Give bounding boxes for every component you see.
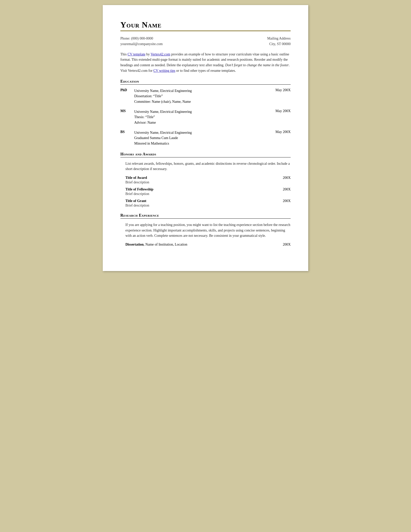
award-year-3: 200X: [276, 199, 291, 208]
phone: Phone: (000) 000-0000: [120, 36, 163, 41]
honors-description: List relevant awards, fellowships, honor…: [120, 161, 291, 172]
bs-institution: University Name, Electrical Engineering: [134, 130, 268, 136]
award-entry-1: Title of Award Brief description 200X: [120, 176, 291, 184]
edu-phd-entry: PhD University Name, Electrical Engineer…: [120, 88, 291, 105]
address-line2: City, ST 00000: [267, 41, 291, 47]
edu-bs-entry: BS University Name, Electrical Engineeri…: [120, 130, 291, 146]
award-desc-1: Brief description: [125, 180, 149, 184]
award-title-2: Title of Fellowship: [125, 187, 276, 191]
cv-page: Your Name Phone: (000) 000-0000 youremai…: [103, 5, 308, 271]
research-description: If you are applying for a teaching posit…: [120, 222, 291, 239]
ms-detail-2: Advisor: Name: [134, 120, 268, 125]
intro-italic: Don’t forget to change the name in the f…: [225, 63, 289, 67]
bs-details: University Name, Electrical Engineering …: [134, 130, 268, 146]
research-title-bold-1: Dissertation: [125, 243, 144, 246]
education-heading: Education: [120, 79, 291, 85]
honors-heading: Honors and Awards: [120, 152, 291, 157]
intro-text-before-link1: This: [120, 52, 127, 56]
phd-details: University Name, Electrical Engineering …: [134, 88, 268, 105]
contact-right: Mailing Address City, ST 00000: [267, 36, 291, 47]
contact-left: Phone: (000) 000-0000 youremail@companys…: [120, 36, 163, 47]
email: youremail@companysite.com: [120, 41, 163, 47]
award-left-1: Title of Award Brief description: [125, 176, 276, 184]
research-section: Research Experience If you are applying …: [120, 213, 291, 247]
award-title-1: Title of Award: [125, 176, 276, 180]
award-entry-3: Title of Grant Brief description 200X: [120, 199, 291, 208]
research-entry-1: Dissertation, Name of Institution, Locat…: [120, 243, 291, 247]
contact-section: Phone: (000) 000-0000 youremail@companys…: [120, 36, 291, 47]
research-title-rest-1: , Name of Institution, Location: [144, 243, 187, 246]
bs-year: May 200X: [268, 130, 291, 146]
research-left-1: Dissertation, Name of Institution, Locat…: [125, 243, 276, 247]
research-heading: Research Experience: [120, 213, 291, 219]
ms-institution: University Name, Electrical Engineering: [134, 109, 268, 115]
vertex42-link[interactable]: Vertex42.com: [151, 52, 170, 56]
ms-detail-1: Thesis: “Title”: [134, 114, 268, 120]
bs-detail-1: Graduated Summa Cum Laude: [134, 135, 268, 141]
phd-year: May 200X: [268, 88, 291, 105]
ms-year: May 200X: [268, 109, 291, 125]
award-left-3: Title of Grant Brief description: [125, 199, 276, 208]
bs-degree-label: BS: [120, 130, 134, 146]
cv-template-link[interactable]: CV template: [127, 52, 145, 56]
honors-section: Honors and Awards List relevant awards, …: [120, 152, 291, 208]
candidate-name: Your Name: [120, 20, 291, 29]
award-entry-2: Title of Fellowship Brief description 20…: [120, 187, 291, 196]
name-header: Your Name: [120, 20, 291, 31]
address-line1: Mailing Address: [267, 36, 291, 41]
education-section: Education PhD University Name, Electrica…: [120, 79, 291, 146]
ms-degree-label: MS: [120, 109, 134, 125]
award-left-2: Title of Fellowship Brief description: [125, 187, 276, 196]
intro-text-between: by: [145, 52, 151, 56]
award-desc-2: Brief description: [125, 192, 149, 196]
research-year-1: 200X: [276, 243, 291, 247]
award-year-2: 200X: [276, 187, 291, 196]
award-year-1: 200X: [276, 176, 291, 184]
phd-degree-label: PhD: [120, 88, 134, 105]
bs-detail-2: Minored in Mathematics: [134, 141, 268, 146]
award-desc-3: Brief description: [125, 204, 149, 207]
phd-detail-1: Dissertation: “Title”: [134, 93, 268, 99]
cv-writing-tips-link[interactable]: CV writing tips: [153, 69, 175, 73]
edu-ms-entry: MS University Name, Electrical Engineeri…: [120, 109, 291, 125]
phd-detail-2: Committee: Name (chair), Name, Name: [134, 99, 268, 105]
intro-paragraph: This CV template by Vertex42.com provide…: [120, 52, 291, 74]
award-title-3: Title of Grant: [125, 199, 276, 203]
ms-details: University Name, Electrical Engineering …: [134, 109, 268, 125]
intro-text-end: or to find other types of resume templat…: [175, 69, 236, 73]
phd-institution: University Name, Electrical Engineering: [134, 88, 268, 94]
